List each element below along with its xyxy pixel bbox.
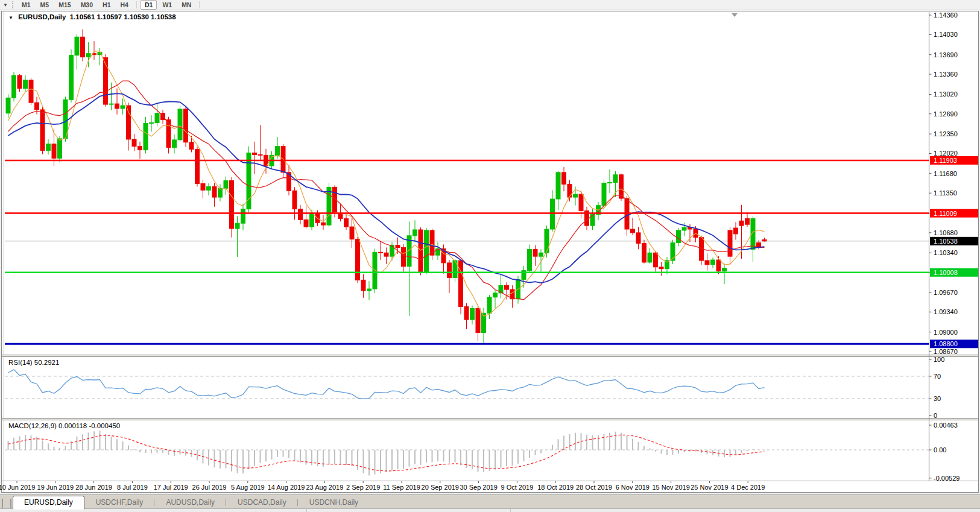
svg-text:1.11009: 1.11009 xyxy=(934,210,957,217)
date-label: 28 Oct 2019 xyxy=(576,484,612,491)
timeframe-button-m30[interactable]: M30 xyxy=(77,0,97,10)
timeframe-toolbar: ▼ M1M5M15M30H1H4D1W1MN xyxy=(0,0,980,10)
candle xyxy=(69,49,74,103)
candle xyxy=(178,106,182,142)
candle xyxy=(419,227,423,275)
price-badge: 1.11009 xyxy=(930,209,978,218)
status-bar xyxy=(0,508,980,512)
price-badge: 1.08800 xyxy=(930,340,978,348)
chart-surface[interactable]: 1.143601.140301.136901.133601.130201.126… xyxy=(0,10,980,495)
price-tick-label: 1.11680 xyxy=(934,170,957,177)
price-tick-label: 1.10340 xyxy=(934,249,958,256)
symbol-tabs: EURUSD,DailyUSDCHF,DailyAUDUSD,DailyUSDC… xyxy=(13,496,370,509)
tab-audusd[interactable]: AUDUSD,Daily xyxy=(154,496,226,509)
tab-usdcnh[interactable]: USDCNH,Daily xyxy=(298,496,370,509)
date-label: 14 Aug 2019 xyxy=(268,484,305,491)
price-tick-label: 1.12350 xyxy=(934,130,958,137)
tab-usdcad[interactable]: USDCAD,Daily xyxy=(226,496,298,509)
tab-usdchf[interactable]: USDCHF,Daily xyxy=(84,496,155,509)
date-label: 8 Jul 2019 xyxy=(117,484,148,491)
date-label: 9 Oct 2019 xyxy=(501,484,533,491)
rsi-axis-label: 30 xyxy=(934,395,941,402)
price-tick-label: 1.13020 xyxy=(934,90,958,98)
date-label: 2 Sep 2019 xyxy=(346,484,380,491)
candle xyxy=(247,147,251,213)
candle xyxy=(545,226,549,258)
toolbar-grip[interactable] xyxy=(12,1,13,8)
date-label: 20 Sep 2019 xyxy=(422,484,459,491)
date-label: 17 Jul 2019 xyxy=(154,484,188,491)
date-label: 6 Nov 2019 xyxy=(616,484,650,491)
candle xyxy=(184,106,188,147)
price-tick-label: 1.11350 xyxy=(934,189,957,197)
candle xyxy=(12,72,16,101)
price-tick-label: 1.12020 xyxy=(934,150,958,157)
tab-eurusd[interactable]: EURUSD,Daily xyxy=(13,496,84,510)
candle xyxy=(29,78,33,105)
status-divider xyxy=(510,509,511,512)
candle xyxy=(671,240,675,264)
trading-terminal: { "toolbar": { "dropdown_icon": "chart-l… xyxy=(0,0,980,512)
status-divider xyxy=(306,509,307,512)
symbol-tab-bar: EURUSD,DailyUSDCHF,DailyAUDUSD,DailyUSDC… xyxy=(0,495,980,509)
price-tick-label: 1.09000 xyxy=(934,329,958,336)
date-label: 10 Jun 2019 xyxy=(0,484,35,491)
svg-text:1.11903: 1.11903 xyxy=(934,157,957,164)
svg-text:1.10538: 1.10538 xyxy=(934,238,958,245)
price-tick-label: 1.09340 xyxy=(934,308,958,315)
date-label: 30 Sep 2019 xyxy=(460,484,497,491)
chart-dropdown-icon[interactable]: ▼ xyxy=(0,2,11,8)
price-tick-label: 1.14360 xyxy=(934,11,958,19)
price-tick-label: 1.14030 xyxy=(934,31,958,38)
price-tick-label: 1.10680 xyxy=(934,229,958,236)
candle xyxy=(700,236,704,265)
macd-axis-label: -0.00529 xyxy=(934,475,959,482)
price-badge: 1.10008 xyxy=(930,268,978,277)
timeframe-button-m1[interactable]: M1 xyxy=(17,0,35,10)
price-tick-label: 1.08670 xyxy=(934,348,958,355)
candle xyxy=(195,147,200,187)
timeframe-button-m15[interactable]: M15 xyxy=(54,0,75,10)
candle xyxy=(356,237,360,283)
candle xyxy=(425,228,429,274)
timeframe-button-d1[interactable]: D1 xyxy=(141,0,157,10)
macd-axis-label: 0.00463 xyxy=(934,422,958,429)
date-label: 5 Aug 2019 xyxy=(231,484,265,491)
timeframe-button-m5[interactable]: M5 xyxy=(36,0,54,10)
timeframe-button-h1[interactable]: H1 xyxy=(98,0,115,10)
date-label: 23 Aug 2019 xyxy=(306,484,344,491)
toolbar-separator xyxy=(199,1,200,8)
timeframe-button-w1[interactable]: W1 xyxy=(158,0,176,10)
macd-axis-label: 0.00 xyxy=(934,446,946,454)
svg-text:1.10008: 1.10008 xyxy=(934,269,958,276)
timeframe-button-h4[interactable]: H4 xyxy=(116,0,133,10)
price-badge: 1.10538 xyxy=(930,237,978,245)
price-tick-label: 1.09670 xyxy=(934,289,958,296)
date-label: 28 Jun 2019 xyxy=(75,484,112,491)
date-label: 18 Oct 2019 xyxy=(537,484,574,491)
price-tick-label: 1.13360 xyxy=(934,71,958,78)
rsi-axis-label: 70 xyxy=(934,373,941,380)
candle xyxy=(642,240,646,264)
rsi-axis-label: 0 xyxy=(934,412,937,419)
date-label: 15 Nov 2019 xyxy=(652,484,689,491)
candle xyxy=(230,177,234,238)
candle xyxy=(459,259,463,314)
svg-text:1.08800: 1.08800 xyxy=(934,340,958,347)
date-label: 11 Sep 2019 xyxy=(383,484,420,491)
date-label: 4 Dec 2019 xyxy=(731,484,765,491)
price-tick-label: 1.13690 xyxy=(934,51,958,58)
timeframe-buttons: M1M5M15M30H1H4D1W1MN xyxy=(17,0,203,10)
candle xyxy=(104,54,108,107)
rsi-axis-label: 100 xyxy=(934,356,944,363)
date-label: 25 Nov 2019 xyxy=(691,484,728,491)
date-label: 26 Jul 2019 xyxy=(192,484,227,491)
candle xyxy=(63,96,68,142)
price-tick-label: 1.12690 xyxy=(934,110,958,118)
date-label: 19 Jun 2019 xyxy=(37,484,74,491)
tab-scroll-grip[interactable] xyxy=(2,499,11,508)
price-badge: 1.11903 xyxy=(930,156,978,165)
toolbar-separator xyxy=(136,1,137,8)
candle xyxy=(327,183,331,227)
timeframe-button-mn[interactable]: MN xyxy=(177,0,195,10)
